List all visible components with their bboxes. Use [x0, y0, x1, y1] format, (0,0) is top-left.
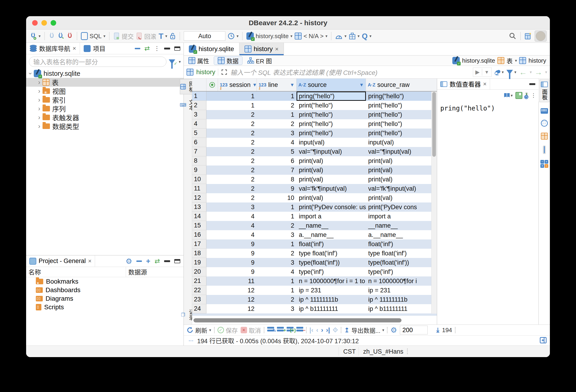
sort-icon[interactable]: ▼	[252, 82, 257, 88]
line-cell[interactable]: 1	[257, 277, 297, 286]
corner-cell[interactable]	[192, 79, 206, 91]
tree-item[interactable]: ›表	[26, 78, 183, 87]
session-cell[interactable]: 9	[218, 267, 257, 277]
table-row[interactable]: 1441import aimport a	[192, 212, 437, 221]
table-row[interactable]: 12210print(val)print(val)	[192, 193, 437, 202]
clear-filter-icon[interactable]: ▾	[494, 69, 504, 75]
row-number-cell[interactable]: 9	[192, 166, 206, 175]
session-cell[interactable]: 2	[218, 147, 257, 156]
session-cell[interactable]: 2	[218, 138, 257, 147]
radio-cell[interactable]	[206, 119, 218, 129]
row-number-cell[interactable]: 2	[192, 101, 206, 110]
session-cell[interactable]: 1	[218, 101, 257, 110]
session-cell[interactable]: 1	[218, 91, 257, 101]
aggregate-panel-icon[interactable]: −+×=	[540, 160, 548, 168]
source-raw-cell[interactable]: print("hello")	[366, 129, 437, 138]
row-number-cell[interactable]: 16	[192, 230, 206, 239]
line-cell[interactable]: 6	[257, 156, 297, 166]
column-header-session[interactable]: 123⚷session▼	[218, 79, 257, 91]
row-number-cell[interactable]: 11	[192, 184, 206, 193]
row-number-cell[interactable]: 24	[192, 304, 206, 313]
source-raw-cell[interactable]: print("hello")	[366, 110, 437, 119]
save-button[interactable]: ✓保存	[218, 326, 238, 335]
radio-cell[interactable]	[206, 230, 218, 239]
radio-cell[interactable]	[206, 175, 218, 184]
filter-history-icon[interactable]: ▼	[485, 70, 489, 75]
word-wrap-icon[interactable]: ▾	[503, 92, 513, 99]
session-cell[interactable]: 12	[218, 286, 257, 295]
line-cell[interactable]: 1	[257, 286, 297, 295]
radio-column-header[interactable]	[206, 79, 218, 91]
line-cell[interactable]: 1	[257, 110, 297, 119]
source-cell[interactable]: print("hello")	[297, 129, 366, 138]
row-number-cell[interactable]: 21	[192, 277, 206, 286]
radio-cell[interactable]	[206, 202, 218, 212]
row-number-cell[interactable]: 13	[192, 202, 206, 212]
sql-filter-input[interactable]: 输入一个 SQL 表达式来过滤结果 (使用 Ctrl+Space)	[230, 67, 470, 77]
table-row[interactable]: 725val=''¶input(val)val=''¶input(val)	[192, 147, 437, 156]
vertical-scrollbar[interactable]	[431, 91, 437, 314]
list-item[interactable]: Dashboards	[26, 286, 183, 294]
line-cell[interactable]: 2	[257, 295, 297, 304]
radio-cell[interactable]	[206, 295, 218, 304]
source-cell[interactable]: type float('inf')	[297, 249, 366, 258]
table-row[interactable]: 826print(val)print(val)	[192, 156, 437, 166]
apply-filter-icon[interactable]: ▶	[475, 69, 480, 75]
value-viewer-content[interactable]: pring("hello")	[437, 101, 539, 325]
breadcrumb-tables[interactable]: 表	[507, 56, 513, 65]
source-cell[interactable]: val='fk'¶input(val)	[297, 184, 366, 193]
disconnect-icon[interactable]	[67, 32, 73, 40]
subtab-data[interactable]: 数据	[214, 56, 242, 65]
panels-tab[interactable]: 面板	[540, 80, 549, 102]
row-number-cell[interactable]: 19	[192, 258, 206, 267]
view-menu-icon[interactable]: ⋮	[154, 45, 160, 52]
prev-row-icon[interactable]: ‹	[316, 326, 318, 334]
tab-project-general[interactable]: Project - General ×	[26, 255, 95, 267]
source-cell[interactable]: ip = 231	[297, 286, 366, 295]
line-cell[interactable]: 4	[257, 267, 297, 277]
line-cell[interactable]: 2	[257, 119, 297, 129]
source-cell[interactable]: print("hello")	[297, 101, 366, 110]
column-header-name[interactable]: 名称	[26, 267, 126, 277]
source-cell[interactable]: print(val)	[297, 166, 366, 175]
row-number-cell[interactable]: 8	[192, 156, 206, 166]
table-row[interactable]: 1542__name____name__	[192, 221, 437, 230]
radio-cell[interactable]	[206, 166, 218, 175]
radio-cell[interactable]	[206, 249, 218, 258]
line-cell[interactable]: 9	[257, 184, 297, 193]
history-forward-icon[interactable]: →	[534, 68, 542, 77]
radio-cell[interactable]	[206, 193, 218, 202]
save-value-icon[interactable]	[516, 92, 522, 99]
first-row-icon[interactable]: |‹	[310, 326, 314, 334]
tab-database-navigator[interactable]: 数据库导航 ×	[26, 43, 80, 54]
list-item[interactable]: Bookmarks	[26, 277, 183, 286]
table-row[interactable]: 23122ip ^ 11111111bip ^ 11111111b	[192, 295, 437, 304]
connect-icon[interactable]	[49, 32, 55, 40]
source-raw-cell[interactable]: type float('inf')	[366, 249, 437, 258]
radio-cell[interactable]	[206, 147, 218, 156]
quick-search-button[interactable]: Q▾	[362, 32, 372, 40]
table-row[interactable]: 1643a.__name__a.__name__	[192, 230, 437, 239]
table-row[interactable]: 21111n = 1000000¶for i = 1 ton = 1000000…	[192, 277, 437, 286]
column-header-source-raw[interactable]: A·Zsource_raw	[366, 79, 437, 91]
source-raw-cell[interactable]: ip ^ b11111111	[366, 304, 437, 313]
table-row[interactable]: 321print("hello")print("hello")	[192, 110, 437, 119]
source-cell[interactable]: print(val)	[297, 156, 366, 166]
list-item[interactable]: Diagrams	[26, 294, 183, 303]
minimize-view-icon[interactable]	[164, 48, 170, 50]
session-cell[interactable]: 2	[218, 156, 257, 166]
sort-icon[interactable]: ▼	[359, 82, 364, 88]
filters-menu-icon[interactable]: ▾	[506, 70, 516, 75]
row-number-cell[interactable]: 20	[192, 267, 206, 277]
source-cell[interactable]: __name__	[297, 221, 366, 230]
list-item[interactable]: Scripts	[26, 303, 183, 311]
session-cell[interactable]: 2	[218, 184, 257, 193]
source-raw-cell[interactable]: a.__name__	[366, 230, 437, 239]
minimize-view-icon[interactable]	[164, 260, 170, 262]
panel-menu-icon[interactable]: ⋮	[531, 92, 536, 99]
line-cell[interactable]: 3	[257, 129, 297, 138]
line-cell[interactable]: 10	[257, 193, 297, 202]
close-icon[interactable]: ×	[73, 45, 76, 52]
row-number-cell[interactable]: 17	[192, 239, 206, 249]
line-cell[interactable]: 2	[257, 221, 297, 230]
